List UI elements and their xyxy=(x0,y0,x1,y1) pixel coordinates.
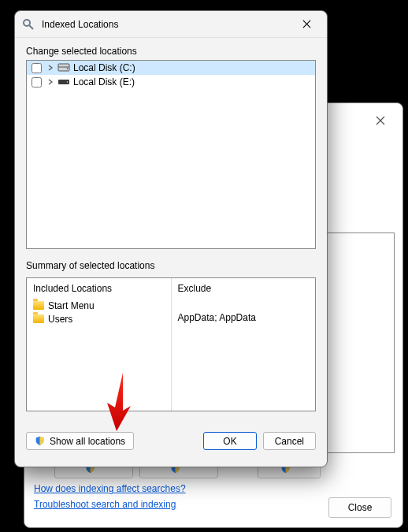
close-icon xyxy=(302,20,311,28)
svg-point-6 xyxy=(67,81,69,83)
summary-label: Summary of selected locations xyxy=(26,260,316,271)
tree-row-e-drive[interactable]: Local Disk (E:) xyxy=(27,75,315,89)
folder-icon xyxy=(33,301,44,310)
locations-tree[interactable]: Local Disk (C:) Local Disk (E:) xyxy=(26,60,316,249)
summary-box: Included Locations Start Menu Users Excl… xyxy=(26,277,316,411)
tree-label-c: Local Disk (C:) xyxy=(73,62,135,73)
tree-row-c-drive[interactable]: Local Disk (C:) xyxy=(27,61,315,75)
included-label-1: Users xyxy=(48,314,72,325)
show-all-locations-button[interactable]: Show all locations xyxy=(26,432,134,450)
titlebar: Indexed Locations xyxy=(15,11,327,38)
svg-rect-3 xyxy=(58,64,69,67)
cancel-label: Cancel xyxy=(275,436,304,447)
svg-line-1 xyxy=(29,25,33,29)
expander-icon[interactable] xyxy=(46,78,54,86)
exclude-spacer xyxy=(178,299,310,312)
hdd-icon xyxy=(57,63,70,73)
shield-icon xyxy=(35,436,45,446)
show-all-label: Show all locations xyxy=(50,436,125,447)
expander-icon[interactable] xyxy=(46,64,54,72)
app-icon xyxy=(21,17,35,32)
drive-icon xyxy=(57,77,70,87)
exclude-column: Exclude AppData; AppData xyxy=(172,278,316,411)
svg-point-0 xyxy=(24,20,30,26)
help-link-indexing[interactable]: How does indexing affect searches? xyxy=(34,483,186,494)
included-item-users[interactable]: Users xyxy=(33,312,165,326)
cancel-button[interactable]: Cancel xyxy=(263,432,316,450)
window-title: Indexed Locations xyxy=(42,19,291,30)
dialog-body: Change selected locations Local Disk (C:… xyxy=(15,38,327,467)
tree-checkbox-e[interactable] xyxy=(32,77,42,87)
svg-point-4 xyxy=(67,68,69,69)
indexed-locations-dialog: Indexed Locations Change selected locati… xyxy=(14,10,328,467)
folder-icon xyxy=(33,314,44,323)
exclude-text: AppData; AppData xyxy=(178,312,310,323)
back-close-button[interactable]: Close xyxy=(328,497,391,518)
included-label-0: Start Menu xyxy=(48,300,95,311)
window-close-button[interactable] xyxy=(291,13,322,35)
included-column: Included Locations Start Menu Users xyxy=(27,278,172,411)
dialog-footer: Show all locations OK Cancel xyxy=(26,411,316,450)
included-header: Included Locations xyxy=(33,283,165,294)
included-item-start-menu[interactable]: Start Menu xyxy=(33,299,165,312)
tree-checkbox-c[interactable] xyxy=(32,63,42,73)
exclude-header: Exclude xyxy=(178,283,310,294)
ok-label: OK xyxy=(223,436,236,447)
back-window-close-button[interactable] xyxy=(368,110,393,132)
help-link-troubleshoot[interactable]: Troubleshoot search and indexing xyxy=(34,499,186,510)
change-locations-label: Change selected locations xyxy=(26,46,316,57)
help-links: How does indexing affect searches? Troub… xyxy=(34,483,186,510)
ok-button[interactable]: OK xyxy=(203,432,256,450)
close-icon xyxy=(376,116,385,125)
tree-label-e: Local Disk (E:) xyxy=(73,76,135,87)
back-close-label: Close xyxy=(348,502,373,513)
